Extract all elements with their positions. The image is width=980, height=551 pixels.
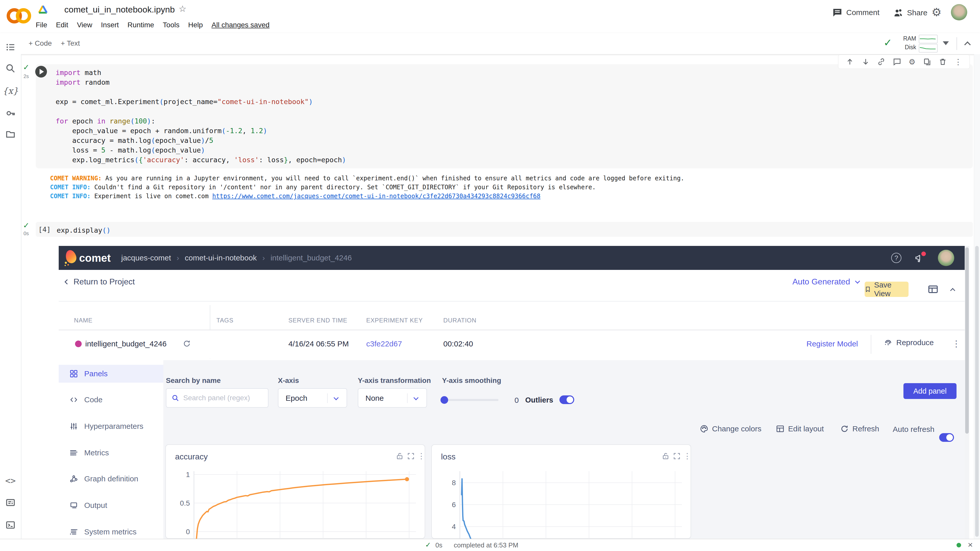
save-status[interactable]: All changes saved	[212, 21, 269, 29]
smoothing-slider-track[interactable]	[442, 399, 498, 401]
tab-metrics[interactable]: Metrics	[59, 444, 163, 462]
add-code-button[interactable]: + Code	[29, 39, 52, 48]
mirror-cell-icon[interactable]	[923, 58, 931, 66]
embed-scrollbar-track[interactable]	[965, 246, 969, 539]
page-scrollbar-thumb[interactable]	[975, 246, 979, 537]
comet-wordmark[interactable]: comet	[79, 252, 111, 264]
row-experiment-key-link[interactable]: c3fe22d67	[366, 340, 402, 348]
tab-system-metrics[interactable]: System metrics	[59, 523, 163, 539]
panel-options-icon[interactable]: ⋮	[417, 451, 425, 460]
return-to-project[interactable]: Return to Project	[65, 277, 135, 286]
code-snippets-icon[interactable]: <>	[0, 473, 21, 488]
settings-gear-icon[interactable]: ⚙	[932, 6, 942, 19]
unlock-icon[interactable]	[662, 452, 670, 460]
terminal-icon[interactable]	[0, 517, 21, 533]
cell2-exec-check: ✓	[23, 221, 29, 230]
files-folder-icon[interactable]	[0, 127, 21, 142]
secrets-key-icon[interactable]	[0, 106, 21, 121]
col-header-name[interactable]: NAME	[74, 317, 93, 324]
announcements-megaphone-icon[interactable]	[914, 252, 925, 263]
cell1-code[interactable]: import mathimport random exp = comet_ml.…	[56, 68, 346, 165]
view-selector[interactable]: Auto Generated	[792, 277, 859, 286]
table-of-contents-icon[interactable]	[0, 40, 21, 55]
tab-hyperparameters[interactable]: Hyperparameters	[59, 417, 163, 435]
unlock-icon[interactable]	[396, 452, 404, 460]
search-panel-input[interactable]: Search panel (regex)	[166, 388, 269, 408]
cell-more-actions-icon[interactable]: ⋮	[955, 57, 962, 66]
row-more-actions-icon[interactable]: ⋮	[952, 338, 961, 349]
smoothing-slider-thumb[interactable]	[441, 396, 448, 404]
fingerprint-icon	[883, 338, 893, 347]
run-cell-button[interactable]	[35, 66, 47, 78]
tab-panels[interactable]: Panels	[59, 365, 163, 383]
col-header-duration[interactable]: DURATION	[443, 317, 476, 324]
link-cell-icon[interactable]	[877, 58, 885, 66]
menu-help[interactable]: Help	[188, 21, 203, 29]
register-model-link[interactable]: Register Model	[807, 340, 858, 348]
colab-logo[interactable]	[6, 6, 35, 26]
experiment-name[interactable]: intelligent_budget_4246	[85, 340, 167, 348]
expand-icon[interactable]	[673, 452, 681, 460]
ram-usage-sparkline[interactable]	[919, 35, 938, 43]
add-comment-icon[interactable]	[893, 58, 901, 66]
notebook-title[interactable]: comet_ui_in_notebook.ipynb	[64, 5, 175, 14]
menu-view[interactable]: View	[77, 21, 92, 29]
sync-status-icon[interactable]	[183, 340, 191, 348]
select-divider	[407, 393, 407, 403]
star-icon[interactable]: ☆	[179, 3, 186, 14]
close-output-icon[interactable]: ×	[968, 540, 973, 550]
y-axis-transformation-select[interactable]: None	[358, 388, 427, 408]
add-text-button[interactable]: + Text	[61, 39, 80, 48]
breadcrumb-project[interactable]: comet-ui-in-notebook	[185, 254, 257, 262]
connected-check-icon[interactable]: ✓	[883, 37, 892, 48]
help-icon[interactable]: ?	[891, 253, 901, 263]
comet-logo[interactable]	[64, 250, 77, 266]
add-panel-button[interactable]: Add panel	[904, 383, 956, 399]
share-button[interactable]: Share	[893, 8, 928, 18]
cell-settings-gear-icon[interactable]: ⚙	[908, 57, 915, 66]
menu-file[interactable]: File	[36, 21, 47, 29]
expand-icon[interactable]	[407, 452, 415, 460]
collapse-toolbar-icon[interactable]	[964, 41, 970, 48]
tab-code[interactable]: Code	[59, 391, 163, 409]
auto-refresh-toggle[interactable]	[939, 433, 954, 442]
comment-button[interactable]: Comment	[832, 8, 880, 17]
breadcrumb-workspace[interactable]: jacques-comet	[121, 254, 171, 262]
resources-dropdown-caret[interactable]	[943, 41, 949, 45]
x-axis-select[interactable]: Epoch	[278, 388, 347, 408]
move-cell-down-icon[interactable]	[862, 58, 870, 66]
command-palette-icon[interactable]	[0, 495, 21, 510]
change-colors-button[interactable]: Change colors	[700, 424, 761, 433]
loss-panel[interactable]: loss ⋮ 864	[431, 445, 691, 539]
search-rail-icon[interactable]	[0, 61, 21, 76]
table-view-icon[interactable]	[928, 284, 939, 295]
accuracy-panel[interactable]: accuracy ⋮ 10.50	[165, 445, 425, 539]
page-scrollbar-track[interactable]	[974, 54, 980, 551]
variables-icon[interactable]: {x}	[0, 83, 21, 98]
menu-insert[interactable]: Insert	[101, 21, 119, 29]
code-cell-2[interactable]	[36, 222, 973, 237]
disk-usage-sparkline[interactable]	[919, 44, 938, 52]
outliers-toggle[interactable]	[559, 395, 574, 404]
col-header-experiment-key[interactable]: EXPERIMENT KEY	[366, 317, 423, 324]
embed-scrollbar-thumb[interactable]	[965, 248, 969, 433]
menu-runtime[interactable]: Runtime	[127, 21, 154, 29]
delete-cell-icon[interactable]	[939, 58, 947, 66]
panel-options-icon[interactable]: ⋮	[683, 451, 691, 460]
col-header-tags[interactable]: TAGS	[216, 317, 234, 324]
refresh-button[interactable]: Refresh	[840, 424, 879, 433]
comet-user-avatar[interactable]	[938, 250, 954, 266]
menu-tools[interactable]: Tools	[163, 21, 180, 29]
edit-layout-button[interactable]: Edit layout	[776, 424, 824, 433]
collapse-section-icon[interactable]	[950, 288, 955, 293]
tab-graph-definition[interactable]: Graph definition	[59, 470, 163, 488]
col-header-server-end-time[interactable]: SERVER END TIME	[288, 317, 347, 324]
table-row[interactable]: intelligent_budget_4246 4/16/24 06:55 PM…	[59, 330, 966, 359]
move-cell-up-icon[interactable]	[846, 58, 854, 66]
cell2-code[interactable]: exp.display()	[57, 225, 110, 235]
tab-output[interactable]: Output	[59, 496, 163, 514]
save-view-button[interactable]: Save View	[865, 282, 908, 297]
reproduce-button[interactable]: Reproduce	[883, 338, 934, 347]
menu-edit[interactable]: Edit	[56, 21, 68, 29]
user-avatar[interactable]	[951, 4, 967, 21]
